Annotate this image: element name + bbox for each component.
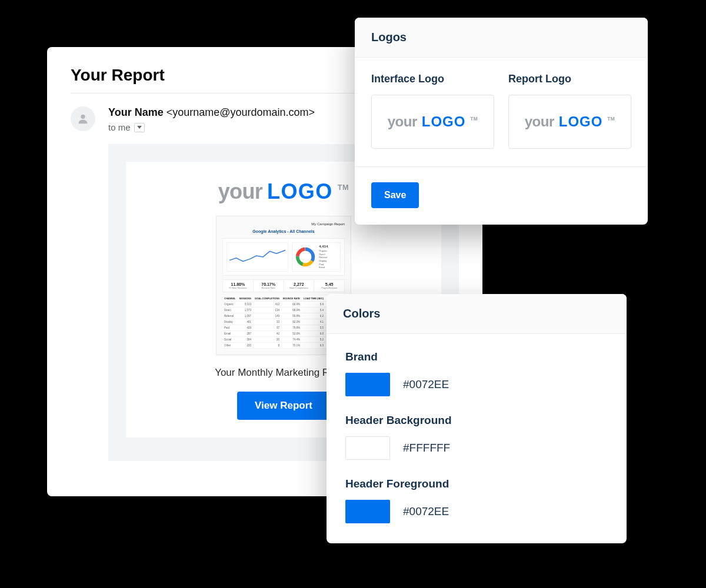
table-cell: 79.8% — [281, 325, 302, 331]
logos-footer: Save — [355, 166, 648, 225]
metric-cell: 70.17% Bounce Rate — [254, 280, 284, 292]
preview-metrics: 11.80% % New Sessions 70.17% Bounce Rate… — [222, 279, 345, 292]
logo-tm: TM — [607, 116, 615, 122]
metric-label: Pages/Session — [314, 286, 344, 289]
metric-cell: 2,272 Goal Completions — [284, 280, 315, 292]
to-text: to me — [108, 122, 131, 132]
color-label: Brand — [345, 350, 608, 363]
table-header: CHANNEL — [222, 296, 238, 302]
colors-panel: Colors Brand#0072EEHeader Background#FFF… — [327, 294, 627, 543]
report-logo-label: Report Logo — [508, 73, 631, 85]
table-cell: 287 — [238, 331, 253, 337]
metric-value: 5.45 — [314, 282, 344, 286]
table-cell: Email — [222, 331, 238, 337]
metric-value: 11.80% — [223, 282, 253, 286]
logo-your: your — [388, 113, 417, 130]
logos-body: Interface Logo your LOGO TM Report Logo … — [355, 58, 648, 166]
report-logo-preview: your LOGO TM — [525, 113, 615, 130]
logo-tm: TM — [470, 116, 478, 122]
metric-cell: 5.45 Pages/Session — [314, 280, 344, 292]
colors-body: Brand#0072EEHeader Background#FFFFFFHead… — [327, 334, 627, 543]
metric-value: 70.17% — [254, 282, 284, 286]
table-header: LOAD TIME (SEC) — [302, 296, 325, 302]
table-cell: Display — [222, 319, 238, 325]
logo-word: LOGO — [267, 179, 333, 204]
table-cell: 4.1 — [302, 319, 325, 325]
email-logo: your LOGO TM — [218, 179, 349, 204]
metric-cell: 11.80% % New Sessions — [223, 280, 254, 292]
color-hex: #FFFFFF — [403, 442, 450, 455]
table-header: BOUNCE RATE — [281, 296, 302, 302]
metric-label: % New Sessions — [223, 286, 253, 289]
table-cell: 20 — [253, 337, 281, 343]
show-details-dropdown[interactable] — [134, 123, 145, 132]
table-cell: 52.6% — [281, 331, 302, 337]
color-swatch-line: #0072EE — [345, 373, 608, 396]
table-cell: 149 — [253, 313, 281, 319]
email-meta: Your Name <yourname@yourdomain.com> to m… — [108, 106, 315, 132]
color-row: Brand#0072EE — [345, 350, 608, 396]
preview-charts: 4,414 OrganicDirectReferralDisplayPaidEm… — [222, 238, 345, 276]
svg-point-0 — [81, 115, 85, 119]
metric-label: Goal Completions — [284, 286, 314, 289]
table-cell: 412 — [253, 302, 281, 308]
from-name: Your Name — [108, 106, 164, 118]
table-cell: 1,573 — [238, 308, 253, 313]
color-hex: #0072EE — [403, 505, 449, 518]
avatar — [71, 106, 95, 131]
table-cell: Referral — [222, 313, 238, 319]
table-cell: 401 — [238, 319, 253, 325]
table-cell: 37 — [253, 325, 281, 331]
color-swatch[interactable] — [345, 500, 390, 523]
color-row: Header Foreground#0072EE — [345, 477, 608, 523]
logo-your: your — [525, 113, 554, 130]
table-cell: 8 — [253, 343, 281, 349]
table-cell: 5.5 — [302, 325, 325, 331]
color-swatch[interactable] — [345, 373, 390, 396]
person-icon — [76, 112, 89, 125]
donut-center: 4,414 — [319, 245, 328, 248]
interface-logo-preview: your LOGO TM — [388, 113, 478, 130]
table-cell: 1,097 — [238, 313, 253, 319]
preview-donut: 4,414 OrganicDirectReferralDisplayPaidEm… — [292, 242, 341, 272]
email-to-line: to me — [108, 122, 315, 132]
logos-panel: Logos Interface Logo your LOGO TM Report… — [355, 18, 648, 225]
table-cell: 5.2 — [302, 337, 325, 343]
logo-word: LOGO — [559, 113, 603, 130]
email-from-line: Your Name <yourname@yourdomain.com> — [108, 106, 315, 119]
color-label: Header Foreground — [345, 477, 608, 490]
table-cell: 5.9 — [302, 302, 325, 308]
table-cell: 82.3% — [281, 319, 302, 325]
logo-word: LOGO — [422, 113, 466, 130]
table-cell: 6.3 — [302, 343, 325, 349]
save-button[interactable]: Save — [371, 182, 419, 208]
metric-label: Bounce Rate — [254, 286, 284, 289]
table-cell: Social — [222, 337, 238, 343]
logos-panel-title: Logos — [355, 18, 648, 58]
table-cell: Organic — [222, 302, 238, 308]
table-cell: Direct — [222, 308, 238, 313]
view-report-button[interactable]: View Report — [237, 392, 330, 420]
metric-value: 2,272 — [284, 282, 314, 286]
interface-logo-upload[interactable]: your LOGO TM — [371, 95, 494, 149]
preview-line-chart — [227, 242, 288, 272]
table-cell: 68.9% — [281, 308, 302, 313]
color-swatch[interactable] — [345, 436, 390, 460]
table-header: SESSIONS — [238, 296, 253, 302]
preview-title: My Campaign Report — [222, 222, 345, 226]
table-cell: 5,013 — [238, 302, 253, 308]
report-logo-upload[interactable]: your LOGO TM — [508, 95, 631, 149]
color-row: Header Background#FFFFFF — [345, 414, 608, 460]
report-logo-col: Report Logo your LOGO TM — [508, 73, 631, 149]
color-label: Header Background — [345, 414, 608, 427]
table-header: GOAL COMPLETIONS — [253, 296, 281, 302]
interface-logo-col: Interface Logo your LOGO TM — [371, 73, 494, 149]
table-cell: Other — [222, 343, 238, 349]
table-cell: 66.9% — [281, 302, 302, 308]
table-cell: 6.2 — [302, 313, 325, 319]
logo-your: your — [218, 179, 262, 204]
table-cell: 33 — [253, 319, 281, 325]
table-cell: 5.4 — [302, 308, 325, 313]
table-cell: 134 — [253, 308, 281, 313]
table-cell: 220 — [238, 343, 253, 349]
